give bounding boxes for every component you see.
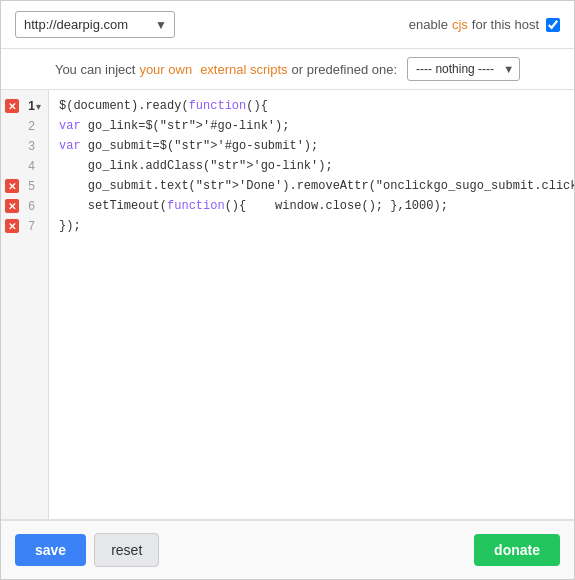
code-content[interactable]: $(document).ready(function(){ var go_lin… bbox=[49, 90, 574, 519]
no-error-placeholder bbox=[5, 119, 19, 133]
code-line: $(document).ready(function(){ bbox=[59, 96, 564, 116]
line-number-row: ✕6 bbox=[1, 196, 48, 216]
donate-button[interactable]: donate bbox=[474, 534, 560, 566]
line-number-row: 3 bbox=[1, 136, 48, 156]
fold-arrow-icon[interactable]: ▾ bbox=[36, 101, 41, 112]
line-number-row: ✕5 bbox=[1, 176, 48, 196]
code-line: go_submit.text("str">'Done').removeAttr(… bbox=[59, 176, 564, 196]
enable-checkbox[interactable] bbox=[546, 18, 560, 32]
footer: save reset donate bbox=[1, 520, 574, 579]
enable-label: enable cjs for this host bbox=[409, 17, 560, 32]
line-number: 6 bbox=[21, 199, 35, 213]
line-number: 3 bbox=[21, 139, 35, 153]
host-select[interactable]: http://dearpig.com bbox=[15, 11, 175, 38]
line-number-row: 2 bbox=[1, 116, 48, 136]
save-button[interactable]: save bbox=[15, 534, 86, 566]
line-number: 1 bbox=[21, 99, 35, 113]
your-own-link[interactable]: your own bbox=[139, 62, 192, 77]
inject-prefix: You can inject bbox=[55, 62, 135, 77]
line-number: 2 bbox=[21, 119, 35, 133]
no-error-placeholder bbox=[5, 159, 19, 173]
cjs-link[interactable]: cjs bbox=[452, 17, 468, 32]
error-icon[interactable]: ✕ bbox=[5, 219, 19, 233]
predefined-select-wrapper[interactable]: ---- nothing ---- ▼ bbox=[407, 57, 520, 81]
error-icon[interactable]: ✕ bbox=[5, 179, 19, 193]
header: http://dearpig.com ▼ enable cjs for this… bbox=[1, 1, 574, 49]
line-number: 4 bbox=[21, 159, 35, 173]
reset-button[interactable]: reset bbox=[94, 533, 159, 567]
code-line: }); bbox=[59, 216, 564, 236]
predefined-select[interactable]: ---- nothing ---- bbox=[407, 57, 520, 81]
error-icon[interactable]: ✕ bbox=[5, 99, 19, 113]
code-line: go_link.addClass("str">'go-link'); bbox=[59, 156, 564, 176]
inject-suffix: or predefined one: bbox=[292, 62, 398, 77]
code-line: var go_submit=$("str">'#go-submit'); bbox=[59, 136, 564, 156]
left-buttons: save reset bbox=[15, 533, 159, 567]
code-line: setTimeout(function(){ window.close(); }… bbox=[59, 196, 564, 216]
code-line: var go_link=$("str">'#go-link'); bbox=[59, 116, 564, 136]
external-scripts-link[interactable]: external scripts bbox=[200, 62, 287, 77]
line-number: 7 bbox=[21, 219, 35, 233]
line-number: 5 bbox=[21, 179, 35, 193]
line-number-row: ✕1▾ bbox=[1, 96, 48, 116]
enable-suffix-text: for this host bbox=[472, 17, 539, 32]
line-number-row: ✕7 bbox=[1, 216, 48, 236]
line-number-row: 4 bbox=[1, 156, 48, 176]
error-icon[interactable]: ✕ bbox=[5, 199, 19, 213]
host-select-wrapper[interactable]: http://dearpig.com ▼ bbox=[15, 11, 175, 38]
code-editor: ✕1▾234✕5✕6✕7 $(document).ready(function(… bbox=[1, 90, 574, 520]
no-error-placeholder bbox=[5, 139, 19, 153]
enable-prefix-text: enable bbox=[409, 17, 448, 32]
inject-bar: You can inject your own external scripts… bbox=[1, 49, 574, 90]
line-numbers: ✕1▾234✕5✕6✕7 bbox=[1, 90, 49, 519]
